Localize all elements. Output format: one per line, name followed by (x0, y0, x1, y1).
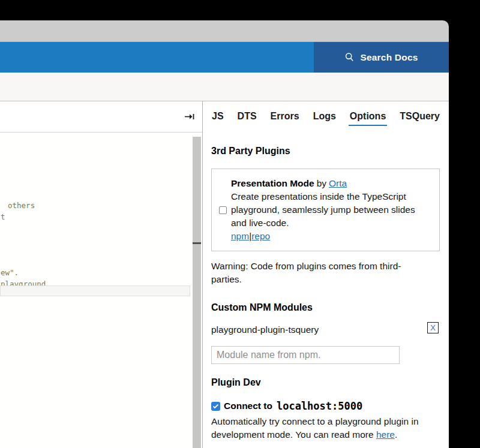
third-party-plugins-heading: 3rd Party Plugins (211, 146, 290, 157)
plugin-by-label: by (317, 178, 326, 188)
search-docs-button[interactable]: Search Docs (314, 42, 449, 73)
plugin-card-body: Presentation ModebyOrta Create presentat… (231, 177, 415, 243)
search-docs-label: Search Docs (360, 52, 418, 63)
main-area: others t ew". playground. JS DTS Errors … (0, 101, 449, 448)
playground-window: Search Docs others t ew". playground. (0, 0, 480, 448)
plugin-dev-description-period: . (395, 429, 397, 440)
site-subnav-band (0, 73, 449, 101)
plugin-dev-description: Automatically try connect to a playgroun… (211, 415, 419, 441)
plugin-card: Presentation ModebyOrta Create presentat… (211, 169, 440, 251)
checkmark-icon (212, 404, 219, 409)
code-line-fragment: t (1, 211, 5, 223)
connect-localhost-row: Connect to localhost:5000 (211, 400, 362, 412)
nav-bar-background (0, 42, 314, 73)
editor-toolbar (0, 101, 202, 133)
tab-options[interactable]: Options (349, 111, 387, 126)
editor-scrollbar-cursor-marker (193, 242, 201, 244)
plugin-dev-heading: Plugin Dev (211, 377, 261, 388)
editor-content[interactable]: others t ew". playground. (0, 133, 202, 448)
playground-sidebar: JS DTS Errors Logs Options TSQuery 3rd P… (203, 101, 449, 448)
connect-label: Connect to (224, 401, 272, 411)
editor-scrollbar[interactable] (193, 137, 201, 448)
plugins-warning-text: Warning: Code from plugins comes from th… (211, 260, 401, 286)
plugin-repo-link[interactable]: repo (251, 231, 270, 241)
editor-current-line-highlight (0, 285, 190, 296)
tab-logs[interactable]: Logs (312, 111, 337, 126)
plugin-author-link[interactable]: Orta (329, 178, 347, 188)
custom-module-name: playground-plugin-tsquery (211, 323, 439, 336)
remove-module-button[interactable]: X (427, 322, 439, 333)
connect-host-address: localhost:5000 (277, 400, 362, 412)
dock-sidebar-icon[interactable] (184, 113, 195, 121)
sidebar-tab-row: JS DTS Errors Logs Options TSQuery (203, 111, 449, 126)
plugin-byline: Presentation ModebyOrta (231, 177, 415, 190)
tab-errors[interactable]: Errors (269, 111, 301, 126)
read-more-link[interactable]: here (376, 429, 395, 440)
plugin-links-row: npm|repo (231, 230, 415, 243)
tab-dts[interactable]: DTS (236, 111, 258, 126)
plugin-enable-checkbox[interactable] (219, 206, 227, 214)
search-icon (344, 52, 355, 62)
connect-localhost-checkbox[interactable] (211, 402, 220, 411)
custom-npm-modules-heading: Custom NPM Modules (211, 302, 313, 313)
tab-js[interactable]: JS (211, 111, 225, 126)
top-nav-bar: Search Docs (0, 42, 449, 73)
code-line-fragment: ew". (1, 267, 19, 278)
plugin-npm-link[interactable]: npm (231, 231, 249, 241)
code-line-fragment: others (8, 200, 35, 211)
code-editor-pane: others t ew". playground. (0, 101, 203, 448)
tab-tsquery[interactable]: TSQuery (398, 111, 441, 126)
window-titlebar (0, 20, 449, 42)
plugin-description: Create presentations inside the TypeScri… (231, 190, 415, 230)
plugin-title: Presentation Mode (231, 178, 314, 188)
module-name-input[interactable] (211, 346, 400, 364)
